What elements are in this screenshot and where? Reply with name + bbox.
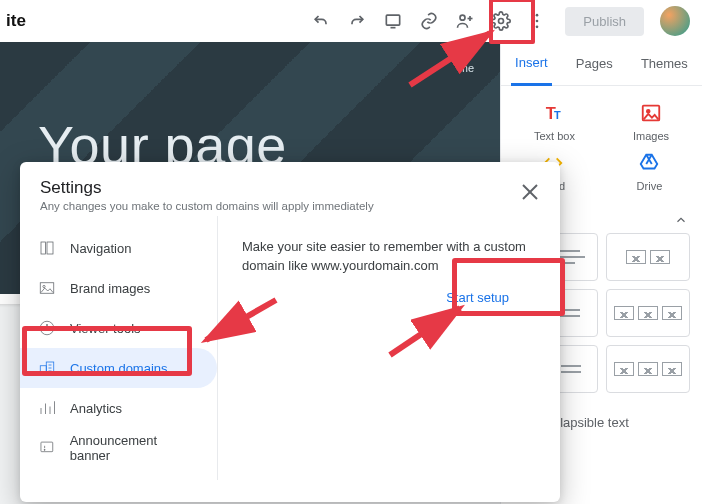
content-description: Make your site easier to remember with a… [242, 238, 536, 276]
side-tabs: Insert Pages Themes [501, 42, 702, 86]
svg-point-6 [536, 14, 539, 17]
close-button[interactable] [518, 180, 542, 204]
tab-insert[interactable]: Insert [511, 42, 552, 86]
svg-point-35 [44, 449, 45, 450]
analytics-icon [38, 399, 56, 417]
nav-home: me [459, 62, 474, 74]
close-icon [518, 180, 542, 204]
account-avatar[interactable] [660, 6, 690, 36]
nav-custom-domains[interactable]: Custom domains [20, 348, 217, 388]
settings-nav: Navigation Brand images Viewer tools Cus… [20, 216, 218, 480]
nav-analytics[interactable]: Analytics [20, 388, 217, 428]
chevron-up-icon [674, 213, 688, 227]
insert-textbox[interactable]: TT Text box [534, 102, 575, 142]
svg-rect-33 [41, 442, 53, 452]
svg-rect-24 [40, 366, 46, 374]
start-setup-button[interactable]: Start setup [425, 280, 530, 315]
layout-option[interactable] [606, 345, 691, 393]
nav-brand-images[interactable]: Brand images [20, 268, 217, 308]
svg-text:T: T [554, 109, 561, 121]
redo-button[interactable] [339, 3, 375, 39]
nav-viewer-tools[interactable]: Viewer tools [20, 308, 217, 348]
announcement-icon [38, 439, 56, 457]
share-button[interactable] [447, 3, 483, 39]
svg-point-7 [536, 20, 539, 23]
app-title: ite [6, 11, 26, 31]
svg-point-20 [43, 285, 45, 287]
domain-icon [38, 359, 56, 377]
link-button[interactable] [411, 3, 447, 39]
svg-rect-0 [387, 15, 400, 25]
tab-themes[interactable]: Themes [637, 42, 692, 86]
svg-point-12 [647, 110, 650, 113]
publish-button[interactable]: Publish [565, 7, 644, 36]
insert-images-label: Images [633, 130, 669, 142]
settings-content: Make your site easier to remember with a… [218, 216, 560, 480]
svg-rect-17 [41, 242, 46, 254]
top-toolbar: ite Publish [0, 0, 702, 42]
insert-textbox-label: Text box [534, 130, 575, 142]
nav-icon [38, 239, 56, 257]
settings-modal: Settings Any changes you make to custom … [20, 162, 560, 502]
settings-title: Settings [40, 178, 540, 198]
nav-navigation[interactable]: Navigation [20, 228, 217, 268]
undo-button[interactable] [303, 3, 339, 39]
layout-option[interactable] [606, 233, 691, 281]
insert-images[interactable]: Images [633, 102, 669, 142]
svg-rect-18 [47, 242, 53, 254]
svg-point-5 [499, 19, 504, 24]
svg-rect-19 [40, 283, 54, 294]
tab-pages[interactable]: Pages [572, 42, 617, 86]
nav-announcement[interactable]: Announcement banner [20, 428, 217, 468]
svg-point-2 [460, 15, 465, 20]
image-icon [38, 279, 56, 297]
insert-drive[interactable]: Drive [637, 152, 663, 192]
preview-button[interactable] [375, 3, 411, 39]
insert-drive-label: Drive [637, 180, 663, 192]
svg-point-23 [46, 324, 47, 325]
info-icon [38, 319, 56, 337]
settings-subtitle: Any changes you make to custom domains w… [40, 200, 540, 212]
svg-point-8 [536, 26, 539, 29]
settings-button[interactable] [483, 3, 519, 39]
layout-option[interactable] [606, 289, 691, 337]
more-button[interactable] [519, 3, 555, 39]
